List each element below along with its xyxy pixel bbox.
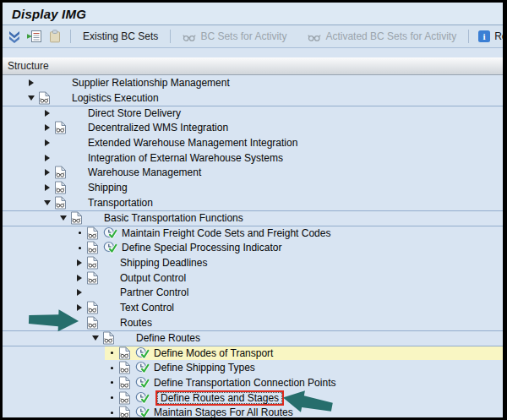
svg-text:i: i [483,31,486,41]
documentation-icon[interactable] [54,196,71,210]
expand-arrow-icon[interactable] [41,124,54,131]
tree-indent [3,106,41,121]
documentation-icon[interactable] [54,166,71,179]
glasses-icon [183,31,196,42]
expand-arrow-icon[interactable] [41,184,54,191]
documentation-icon[interactable] [54,121,71,134]
tree-item-label-focused[interactable]: Define Routes and Stages [157,392,282,404]
img-activity-icon[interactable] [135,346,152,360]
tree-indent [3,390,105,406]
documentation-icon[interactable] [86,316,103,330]
expand-arrow-icon[interactable] [41,139,54,146]
expand-arrow-icon[interactable] [73,275,86,281]
bullet-icon [105,367,118,369]
collapse-arrow-icon[interactable] [57,215,70,221]
sap-window: Display IMG Exi [0,0,507,420]
expand-arrow-icon[interactable] [73,304,86,311]
toolbar-separator [170,30,171,43]
documentation-icon[interactable] [118,406,135,419]
tree-item-label[interactable]: Maintain Stages For All Routes [154,406,293,418]
documentation-icon[interactable] [118,346,135,360]
bc-sets-for-activity-label: BC Sets for Activity [200,30,286,42]
tree-row-content: Define Routes [89,331,503,346]
tree-row: Define Modes of Transport [3,346,503,361]
expand-arrow-icon[interactable] [41,155,54,161]
tree-row-content: Routes [73,315,503,330]
documentation-icon[interactable] [86,301,103,314]
documentation-icon[interactable] [38,91,55,105]
img-activity-icon[interactable] [103,241,120,254]
tree-item-label[interactable]: Output Control [120,272,186,284]
documentation-icon[interactable] [86,256,103,270]
tree-item-label[interactable]: Define Special Processing Indicator [122,242,281,254]
documentation-icon[interactable] [118,361,135,374]
tree-item-label[interactable]: Define Transportation Connection Points [154,377,335,389]
expand-arrow-icon[interactable] [41,169,54,176]
tree-item-label[interactable]: Extended Warehouse Management Integratio… [88,137,297,149]
tree-item-label[interactable]: Define Routes and Stages [154,390,284,406]
tree-indent [3,166,41,181]
tree-row: Integration of External Warehouse System… [3,150,503,166]
img-activity-icon[interactable] [135,406,152,419]
tree-row-content: Define Routes and Stages [105,390,503,406]
tree-indent [3,331,89,346]
documentation-icon[interactable] [86,271,103,285]
tree-row-content: Maintain Stages For All Routes [105,406,503,420]
documentation-icon[interactable] [86,241,103,254]
documentation-icon[interactable] [102,331,119,345]
expand-all-icon[interactable] [8,28,21,45]
img-activity-icon[interactable] [135,361,152,374]
tree-item-label[interactable]: Warehouse Management [88,166,201,178]
tree-item-label[interactable]: Text Control [120,302,174,314]
info-icon: i [478,30,490,42]
img-activity-icon[interactable] [103,226,120,240]
tree-row: Supplier Relationship Management [3,75,503,90]
img-activity-icon[interactable] [135,391,152,405]
tree-item-label[interactable]: Logistics Execution [72,92,159,104]
position-icon[interactable] [27,28,42,45]
documentation-icon[interactable] [118,391,135,405]
documentation-icon[interactable] [118,376,135,390]
tree-row: Warehouse Management [3,166,503,181]
tree-item-label[interactable]: Define Modes of Transport [154,347,273,359]
tree-indent [3,346,105,361]
bullet-icon [73,232,86,234]
collapse-arrow-icon[interactable] [89,335,102,341]
expand-arrow-icon[interactable] [41,110,54,117]
existing-bc-sets-button[interactable]: Existing BC Sets [79,30,161,42]
documentation-icon[interactable] [54,181,71,194]
activated-bc-sets-button: Activated BC Sets for Activity [304,30,460,42]
tree-item-label[interactable]: Direct Store Delivery [88,107,181,119]
img-activity-icon[interactable] [135,376,152,390]
tree-item-label[interactable]: Basic Transportation Functions [104,212,243,224]
release-notes-button[interactable]: i Release [475,30,507,42]
expand-arrow-icon[interactable] [73,259,86,266]
tree-item-label[interactable]: Define Shipping Types [154,362,255,374]
tree-row-content: Logistics Execution [25,90,503,106]
expand-arrow-icon[interactable] [25,79,38,86]
tree-item-label[interactable]: Integration of External Warehouse System… [88,152,283,164]
tree-row: Basic Transportation Functions [3,210,503,226]
structure-header-label: Structure [8,60,49,72]
tree-row: Define Routes [3,330,503,346]
toolbar-separator [468,30,469,43]
tree-item-label[interactable]: Maintain Freight Code Sets and Freight C… [122,227,330,239]
documentation-icon[interactable] [86,226,103,240]
documentation-icon[interactable] [70,211,87,225]
tree-row: Shipping [3,180,503,195]
collapse-arrow-icon[interactable] [41,200,54,205]
expand-arrow-icon[interactable] [73,289,86,296]
tree-row: Shipping Deadlines [3,255,503,270]
tree-item-label[interactable]: Shipping Deadlines [120,257,207,269]
tree-item-label[interactable]: Shipping [88,182,128,194]
tree-row: Transportation [3,195,503,210]
tree-item-label[interactable]: Transportation [88,197,153,209]
tree-item-label[interactable]: Partner Control [120,286,188,298]
collapse-arrow-icon[interactable] [25,95,38,101]
tree-item-label[interactable]: Routes [120,317,152,329]
tree-row-content: Decentralized WMS Integration [41,120,503,135]
tree-item-label[interactable]: Supplier Relationship Management [72,77,230,89]
bullet-icon [105,381,118,384]
tree-item-label[interactable]: Decentralized WMS Integration [88,122,228,134]
tree-item-label[interactable]: Define Routes [136,332,200,344]
